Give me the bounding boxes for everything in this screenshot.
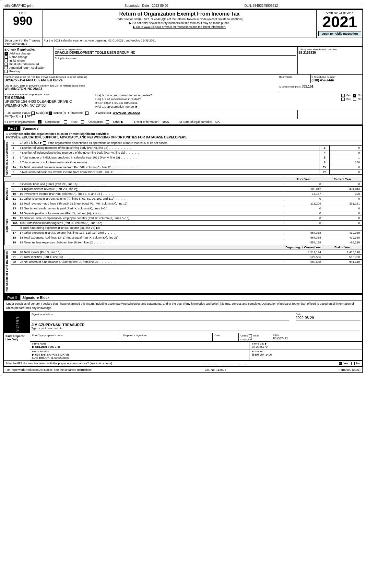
self-employed-checkbox[interactable]: [249, 334, 252, 337]
dln-number: DLN: 93493245006212: [243, 3, 363, 8]
preparer-content: Print/Type preparer's name Preparer's si…: [30, 333, 362, 360]
instruction2: ▶ Go to www.irs.gov/Form990 for instruct…: [44, 25, 315, 29]
revenue-section: Revenue 8 8 Contributions and grants (Pa…: [4, 182, 362, 206]
check-name-change[interactable]: Name change: [5, 55, 53, 59]
prior-year-header: Prior Year: [284, 177, 323, 182]
line10-current: 108: [323, 192, 362, 196]
corporation-checkbox[interactable]: ✓: [38, 120, 41, 123]
line10-prior: 13,167: [284, 192, 323, 196]
line18-row: 18 18 Total expenses. Add lines 13–17 (m…: [11, 235, 362, 240]
header-right: OMB No. 1545-0047 2021 Open to Public In…: [317, 10, 362, 38]
association-checkbox[interactable]: [81, 120, 84, 123]
k-label: K Form of organization:: [5, 120, 35, 123]
line2-checkbox[interactable]: [43, 141, 46, 145]
initial-return-checkbox[interactable]: [5, 59, 8, 62]
line10-label: 10 Investment income (Part VIII, column …: [20, 192, 102, 195]
irs-yes-label: Yes: [343, 362, 348, 365]
part-ii-header: Part II Signature Block: [4, 295, 362, 300]
preparer-row2: Firm's name ▶ SELDEN FOX LTD Firm's EIN …: [30, 342, 362, 349]
501c3-checkbox[interactable]: [31, 112, 35, 115]
check-amended-return[interactable]: Amended return Application: [5, 66, 53, 69]
part-ii-roman: Part II: [4, 295, 20, 300]
line15-row: 15 15 Salaries, other compensation, empl…: [11, 216, 362, 221]
527-checkbox[interactable]: [22, 115, 26, 118]
address-change-checkbox[interactable]: ✓: [5, 52, 8, 55]
ha-yes-checkbox[interactable]: [341, 94, 345, 97]
irs-yes-checkbox[interactable]: ✓: [339, 362, 342, 365]
preparer-date-col: Date: [213, 333, 239, 341]
website-value[interactable]: WWW.ODTUG.COM: [113, 111, 140, 114]
preparer-row1: Print/Type preparer's name Preparer's si…: [30, 333, 362, 342]
line5-row: 5 5 Total number of individuals employed…: [11, 155, 362, 160]
name-change-checkbox[interactable]: [5, 55, 8, 59]
line4-label: 4 Number of independent voting members o…: [20, 151, 125, 154]
line16a-current: 0: [323, 221, 362, 225]
penalty-text: Under penalties of perjury, I declare th…: [4, 300, 362, 312]
mission-row: 1 Briefly describe the organization's mi…: [4, 131, 362, 140]
officer-name: JIM CZUPRYNSKI TREASURER: [31, 323, 360, 327]
final-return-checkbox[interactable]: [5, 63, 8, 66]
check-pending[interactable]: Pending: [5, 70, 53, 73]
line2-row: 2 Check this box ▶ if the organization d…: [11, 140, 362, 146]
officer-name-label: Type or print name and title: [31, 327, 360, 330]
check-final-return[interactable]: Final return/terminated: [5, 63, 53, 66]
expenses-section: Expenses 13 13 Grants and similar amount…: [4, 206, 362, 245]
line17-label: 17 Other expenses (Part IX, column (A), …: [20, 231, 104, 234]
line19-row: 19 19 Revenue less expenses. Subtract li…: [11, 240, 362, 245]
org-info-section: C Name of organization ORACLE DEVELOPMEN…: [54, 47, 298, 74]
doing-business-label: Doing business as: [55, 57, 296, 60]
irs-no-checkbox[interactable]: [351, 362, 355, 365]
line3-value: 9: [329, 146, 362, 150]
paid-label-box: Paid Preparer Use Only: [4, 333, 30, 360]
principal-label: F Name and address of principal officer:: [5, 93, 93, 96]
open-public: Open to Public Inspection: [318, 31, 361, 36]
m-value: GA: [215, 120, 220, 123]
form-subtitle: Under section 501(c), 527, or 4947(a)(1)…: [44, 18, 315, 21]
amended-return-checkbox[interactable]: [5, 66, 8, 69]
other-org-label: Other ▶: [113, 120, 124, 123]
line1-label: 1 Briefly describe the organization's mi…: [6, 132, 360, 135]
part-ii-section: Part II Signature Block Under penalties …: [4, 294, 362, 367]
trust-checkbox[interactable]: [64, 120, 67, 123]
hb-yes-label: Yes: [346, 98, 351, 101]
corporation-label: Corporation: [45, 120, 61, 123]
preparer-name-label: Print/Type preparer's name: [32, 334, 119, 337]
phone-value: (910) 452-7444: [312, 78, 361, 82]
line18-label: 18 Total expenses. Add lines 13–17 (must…: [20, 236, 118, 239]
net-assets-header: Beginning of Current Year End of Year: [4, 245, 362, 250]
principal-section: F Name and address of principal officer:…: [4, 92, 362, 110]
header-center: Return of Organization Exempt From Incom…: [42, 10, 317, 38]
street-box: Number and street (or P.O. box if mail i…: [4, 75, 278, 83]
check-address-change[interactable]: ✓ Address change: [5, 52, 53, 55]
501c6-checkbox[interactable]: ✓: [49, 112, 52, 115]
hb-yes-checkbox[interactable]: [341, 98, 345, 101]
hb-no-checkbox[interactable]: [353, 98, 356, 101]
principal-address1: UPS6756-154 4403 OLEANDER DRIVE C: [5, 100, 93, 103]
line3-row: 3 3 Number of voting members of the gove…: [11, 146, 362, 150]
part-ii-title: Signature Block: [20, 295, 52, 300]
line16b-row: b Total fundraising expenses (Part IX, c…: [11, 226, 362, 230]
efile-label: efile GRAPHIC print: [3, 3, 123, 8]
h-section: H(a) Is this a group return for subordin…: [94, 92, 362, 110]
check-initial-return[interactable]: Initial return: [5, 59, 53, 62]
principal-box: F Name and address of principal officer:…: [4, 92, 94, 110]
4947-checkbox[interactable]: [85, 112, 89, 115]
hb-no-label: No: [358, 98, 361, 101]
line22-row: 22 22 Net assets or fund balances. Subtr…: [11, 260, 362, 265]
line11-current: 0: [323, 196, 362, 201]
line21-label: 21 Total liabilities (Part X, line 26): [20, 255, 63, 259]
line10-row: 10 10 Investment income (Part VIII, colu…: [11, 192, 362, 196]
beginning-header: Beginning of Current Year: [284, 245, 323, 250]
line8-prior: 0: [284, 182, 323, 186]
irs-discuss-text: May the IRS discuss this return with the…: [6, 362, 112, 365]
phone-box: E Telephone number (910) 452-7444: [311, 75, 362, 83]
ptin-col: PTIN P01367472: [271, 333, 362, 341]
other-checkbox[interactable]: [106, 120, 109, 123]
preparer-sig-col: Preparer's signature: [121, 333, 212, 341]
pending-checkbox[interactable]: [5, 70, 8, 73]
line13-row: 13 13 Grants and similar amounts paid (P…: [11, 206, 362, 211]
line12-current: 331,151: [323, 201, 362, 206]
ha-no-checkbox[interactable]: ✓: [353, 94, 356, 97]
check-applicable-section: B Check if applicable: ✓ Address change …: [4, 47, 54, 74]
name-change-label: Name change: [9, 55, 28, 59]
